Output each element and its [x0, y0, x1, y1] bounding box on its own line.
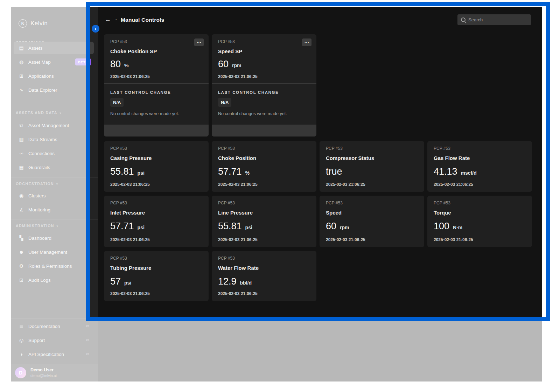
asset-label: PCP #53 — [110, 256, 127, 261]
card-value: 57.71 — [218, 166, 242, 177]
timestamp: 2025-02-03 21:06:25 — [110, 237, 150, 242]
divider — [212, 83, 316, 84]
card-value: 12.9 — [218, 276, 237, 287]
value-row: 55.81 psi — [110, 166, 145, 177]
search-icon — [461, 18, 465, 22]
value-row: 80 % — [110, 59, 129, 70]
card-unit: rpm — [232, 63, 241, 68]
card-value: true — [326, 166, 342, 177]
last-control-change-label: LAST CONTROL CHANGE — [110, 90, 171, 94]
metric-card-grid: PCP #53 Casing Pressure 55.81 psi 2025-0… — [104, 141, 532, 301]
asset-label: PCP #53 — [110, 39, 127, 44]
asset-label: PCP #53 — [434, 146, 450, 151]
timestamp: 2025-02-03 21:06:25 — [218, 237, 258, 242]
last-control-change-label: LAST CONTROL CHANGE — [218, 90, 279, 94]
value-row: true — [326, 166, 346, 177]
card-value: 57 — [110, 276, 121, 287]
dim-overlay-left — [11, 7, 90, 382]
card-title: Inlet Pressure — [110, 210, 145, 216]
metric-card[interactable]: PCP #53 Tubing Pressure 57 psi 2025-02-0… — [104, 251, 209, 301]
metric-card[interactable]: PCP #53 Gas Flow Rate 41.13 mscf/d 2025-… — [427, 141, 532, 192]
card-unit: % — [245, 170, 250, 176]
setpoint-card[interactable]: PCP #53 ⋯ Choke Position SP 80 % 2025-02… — [104, 34, 209, 136]
metric-card[interactable]: PCP #53 Speed 60 rpm 2025-02-03 21:06:25 — [320, 196, 424, 247]
card-unit: % — [124, 63, 128, 68]
card-title: Line Pressure — [218, 210, 253, 216]
card-title: Speed — [326, 210, 342, 216]
setpoint-card[interactable]: PCP #53 ⋯ Speed SP 60 rpm 2025-02-03 21:… — [212, 34, 316, 136]
card-unit: psi — [245, 225, 252, 230]
timestamp: 2025-02-03 21:06:25 — [326, 237, 365, 242]
back-button[interactable]: ← — [105, 16, 111, 23]
card-title: Choke Position — [218, 155, 256, 161]
metric-card[interactable]: PCP #53 Choke Position 57.71 % 2025-02-0… — [212, 141, 316, 192]
card-title: Gas Flow Rate — [434, 155, 470, 161]
value-row: 57.71 % — [218, 166, 250, 177]
timestamp: 2025-02-03 21:06:25 — [218, 291, 258, 296]
search-input[interactable] — [468, 17, 524, 22]
timestamp: 2025-02-03 21:06:25 — [434, 237, 473, 242]
value-row: 12.9 bbl/d — [218, 276, 252, 287]
metric-card[interactable]: PCP #53 Inlet Pressure 57.71 psi 2025-02… — [104, 196, 209, 247]
asset-label: PCP #53 — [110, 146, 127, 151]
metric-card[interactable]: PCP #53 Casing Pressure 55.81 psi 2025-0… — [104, 141, 209, 192]
card-footer-bar — [212, 125, 316, 136]
card-menu-button[interactable]: ⋯ — [302, 38, 312, 46]
timestamp: 2025-02-03 21:06:25 — [218, 182, 258, 187]
card-unit: rpm — [340, 225, 349, 230]
value-row: 57.71 psi — [110, 221, 145, 232]
card-unit: psi — [124, 280, 131, 286]
card-value: 80 — [110, 59, 121, 70]
card-unit: N·m — [453, 225, 462, 230]
card-value: 60 — [326, 221, 336, 232]
status-badge: N/A — [110, 98, 124, 107]
search-box[interactable] — [457, 14, 531, 25]
card-title: Choke Position SP — [110, 48, 157, 54]
card-value: 100 — [434, 221, 449, 232]
card-title: Speed SP — [218, 48, 242, 54]
timestamp: 2025-02-03 21:06:25 — [110, 182, 150, 187]
sidebar-collapse-button[interactable]: ‹ — [92, 25, 99, 33]
card-menu-button[interactable]: ⋯ — [194, 38, 204, 46]
asset-label: PCP #53 — [326, 201, 343, 205]
divider — [104, 83, 209, 84]
value-row: 60 rpm — [326, 221, 349, 232]
status-badge: N/A — [218, 98, 231, 107]
card-title: Water Flow Rate — [218, 265, 259, 271]
asset-label: PCP #53 — [326, 146, 343, 151]
card-value: 57.71 — [110, 221, 134, 232]
value-row: 57 psi — [110, 276, 131, 287]
card-title: Torque — [434, 210, 451, 216]
value-row: 100 N·m — [434, 221, 462, 232]
card-footer-bar — [104, 125, 209, 136]
card-unit: psi — [138, 170, 145, 176]
asset-label: PCP #53 — [218, 39, 235, 44]
metric-card[interactable]: PCP #53 Compressor Status true 2025-02-0… — [320, 141, 424, 192]
timestamp: 2025-02-03 21:06:25 — [326, 182, 365, 187]
card-title: Compressor Status — [326, 155, 374, 161]
timestamp: 2025-02-03 21:06:25 — [110, 74, 150, 79]
asset-label: PCP #53 — [110, 201, 127, 205]
card-value: 55.81 — [110, 166, 134, 177]
breadcrumb-dot: • — [115, 18, 117, 22]
timestamp: 2025-02-03 21:06:25 — [434, 182, 473, 187]
card-value: 55.81 — [218, 221, 242, 232]
status-note: No control changes were made yet. — [110, 111, 179, 116]
value-row: 41.13 mscf/d — [434, 166, 477, 177]
status-note: No control changes were made yet. — [218, 111, 287, 116]
asset-label: PCP #53 — [218, 146, 235, 151]
metric-card[interactable]: PCP #53 Torque 100 N·m 2025-02-03 21:06:… — [427, 196, 532, 247]
asset-label: PCP #53 — [218, 201, 235, 205]
card-title: Casing Pressure — [110, 155, 152, 161]
card-title: Tubing Pressure — [110, 265, 151, 271]
page-title: Manual Controls — [121, 17, 164, 23]
timestamp: 2025-02-03 21:06:25 — [218, 74, 258, 79]
metric-card[interactable]: PCP #53 Line Pressure 55.81 psi 2025-02-… — [212, 196, 316, 247]
card-unit: psi — [138, 225, 145, 230]
metric-card[interactable]: PCP #53 Water Flow Rate 12.9 bbl/d 2025-… — [212, 251, 316, 301]
card-unit: mscf/d — [461, 170, 477, 176]
card-value: 41.13 — [434, 166, 457, 177]
timestamp: 2025-02-03 21:06:25 — [110, 291, 150, 296]
dim-overlay-bottom — [90, 317, 542, 382]
value-row: 60 rpm — [218, 59, 241, 70]
